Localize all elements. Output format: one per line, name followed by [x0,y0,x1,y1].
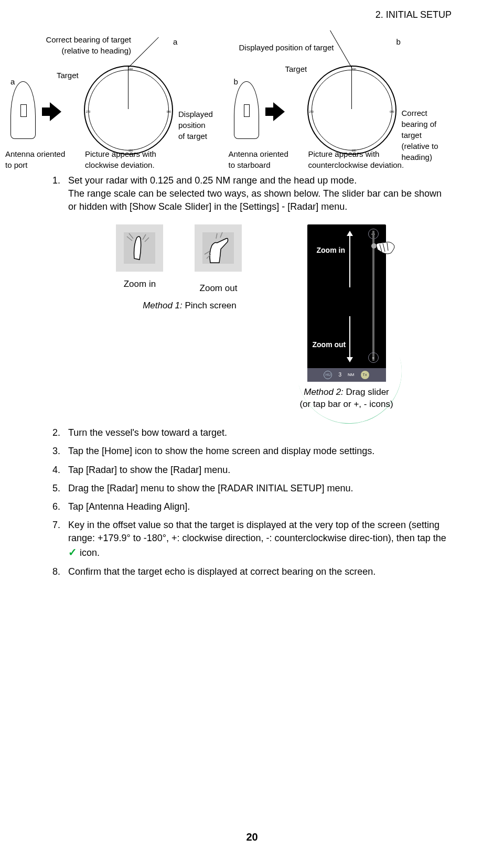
diagram-right: Displayed position of target b b Target … [234,34,452,170]
methods-row: Zoom in Zoom out Method 1: Pinch [52,224,452,411]
page-number: 20 [246,830,258,844]
correct-bearing-label: Correct bearing of target (relative to h… [26,34,131,56]
step-8: 8. Confirm that the target echo is displ… [52,565,452,578]
method-1: Zoom in Zoom out Method 1: Pinch [111,224,268,411]
tx-status-icon: Tx [361,371,369,379]
letter-a-top: a [173,36,177,47]
displayed-position-label-right: Displayed position of target [239,42,334,53]
target-label-right: Target [285,63,307,74]
boat-icon-left [10,81,36,139]
arrow-right-icon [265,102,284,121]
diagrams-row: Correct bearing of target (relative to h… [10,34,452,170]
step-6: 6. Tap [Antenna Heading Align]. [52,500,452,513]
finger-tap-icon [376,240,396,256]
hu-mode-icon: HU [324,371,332,379]
compass-left: 000 090 180 270 [84,66,173,155]
step-4: 4. Tap [Radar] to show the [Radar] menu. [52,464,452,477]
step-3: 3. Tap the [Home] icon to show the home … [52,445,452,458]
arrow-right-icon [42,102,61,121]
pinch-out-gesture-icon [116,224,163,272]
slider-track[interactable] [372,231,374,361]
header-section: 2. INITIAL SETUP [376,8,452,22]
antenna-caption-left: Antenna oriented to port [5,148,65,170]
compass-right: 000 090 180 270 [307,66,396,155]
picture-caption-right: Picture appears with counterclockwise de… [308,148,404,170]
method-2: + - Zoom in Zoom out HU 3 NM Tx [299,224,393,411]
method-1-caption: Method 1: Pinch screen [111,299,268,312]
range-value: 3 [338,371,341,379]
checkmark-icon: ✓ [68,545,77,560]
zoom-in-label: Zoom in [317,245,345,256]
boat-icon-right [234,81,259,139]
zoom-out-label: Zoom out [313,340,346,350]
correct-bearing-label-right: Correct bearing of target (relative to h… [402,108,438,163]
step-1: 1. Set your radar with 0.125 and 0.25 NM… [52,174,452,214]
picture-caption-left: Picture appears with clockwise deviation… [85,148,156,170]
letter-b-top: b [396,36,401,47]
diagram-left: Correct bearing of target (relative to h… [10,34,229,170]
range-unit: NM [348,372,354,378]
antenna-caption-right: Antenna oriented to starboard [229,148,288,170]
pinch-in-gesture-icon [195,224,242,272]
arrow-down-icon [349,316,350,358]
zoom-minus-button[interactable]: - [368,352,379,363]
step-7: 7. Key in the offset value so that the t… [52,519,452,560]
body-content: 1. Set your radar with 0.125 and 0.25 NM… [52,174,452,584]
displayed-position-label-left: Displayed position of target [178,109,213,142]
range-status-bar: HU 3 NM Tx [307,368,386,382]
step-5: 5. Drag the [Radar] menu to show the [RA… [52,482,452,495]
target-label-left: Target [57,70,79,81]
step-2: 2. Turn the vessel's bow toward a target… [52,426,452,439]
zoom-in-pinch: Zoom in [111,224,168,295]
arrow-up-icon [349,235,350,287]
zoom-out-pinch: Zoom out [189,224,247,295]
radar-slider-screen: + - Zoom in Zoom out HU 3 NM Tx [307,224,386,382]
